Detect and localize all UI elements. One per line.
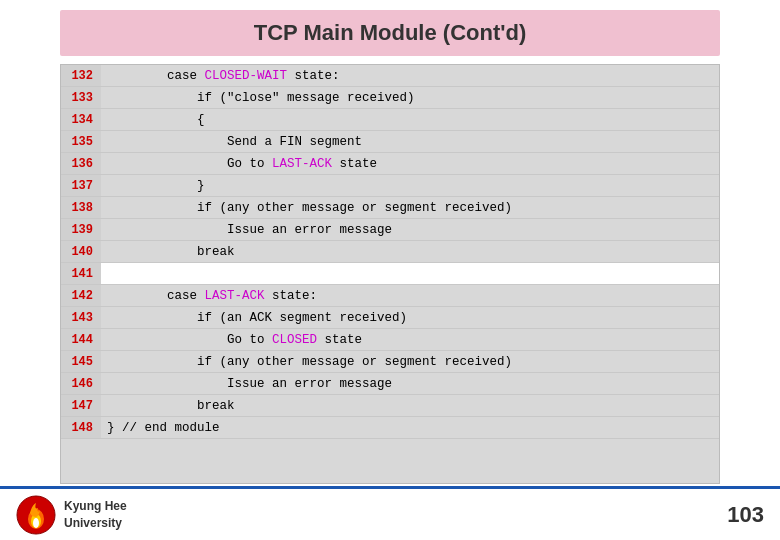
line-content: break — [101, 243, 241, 261]
line-number: 132 — [61, 65, 101, 86]
line-content: if ("close" message received) — [101, 89, 421, 107]
slide-container: TCP Main Module (Cont'd) 132 case CLOSED… — [0, 0, 780, 540]
code-line-144: 144 Go to CLOSED state — [61, 329, 719, 351]
code-line-148: 148} // end module — [61, 417, 719, 439]
line-number: 139 — [61, 219, 101, 240]
code-line-142: 142 case LAST-ACK state: — [61, 285, 719, 307]
code-line-140: 140 break — [61, 241, 719, 263]
line-number: 143 — [61, 307, 101, 328]
university-name: Kyung Hee University — [64, 498, 127, 532]
code-line-134: 134 { — [61, 109, 719, 131]
line-content: } // end module — [101, 419, 226, 437]
code-line-143: 143 if (an ACK segment received) — [61, 307, 719, 329]
line-content: if (any other message or segment receive… — [101, 199, 518, 217]
line-content: case LAST-ACK state: — [101, 287, 323, 305]
line-number: 136 — [61, 153, 101, 174]
line-content: Issue an error message — [101, 221, 398, 239]
line-number: 138 — [61, 197, 101, 218]
page-number: 103 — [727, 502, 764, 528]
code-line-133: 133 if ("close" message received) — [61, 87, 719, 109]
line-number: 145 — [61, 351, 101, 372]
code-line-135: 135 Send a FIN segment — [61, 131, 719, 153]
title-bar: TCP Main Module (Cont'd) — [60, 10, 720, 56]
line-content — [101, 272, 113, 276]
slide-title: TCP Main Module (Cont'd) — [254, 20, 526, 45]
code-line-147: 147 break — [61, 395, 719, 417]
line-number: 148 — [61, 417, 101, 438]
code-line-141: 141 — [61, 263, 719, 285]
line-number: 135 — [61, 131, 101, 152]
line-number: 147 — [61, 395, 101, 416]
university-logo — [16, 495, 56, 535]
line-content: if (any other message or segment receive… — [101, 353, 518, 371]
code-line-145: 145 if (any other message or segment rec… — [61, 351, 719, 373]
line-content: Go to LAST-ACK state — [101, 155, 383, 173]
line-number: 144 — [61, 329, 101, 350]
code-line-139: 139 Issue an error message — [61, 219, 719, 241]
line-content: Issue an error message — [101, 375, 398, 393]
code-line-132: 132 case CLOSED-WAIT state: — [61, 65, 719, 87]
line-content: Send a FIN segment — [101, 133, 368, 151]
line-content: if (an ACK segment received) — [101, 309, 413, 327]
line-number: 133 — [61, 87, 101, 108]
line-number: 137 — [61, 175, 101, 196]
code-line-146: 146 Issue an error message — [61, 373, 719, 395]
line-number: 141 — [61, 263, 101, 284]
line-content: case CLOSED-WAIT state: — [101, 67, 346, 85]
line-content: break — [101, 397, 241, 415]
line-number: 142 — [61, 285, 101, 306]
code-line-138: 138 if (any other message or segment rec… — [61, 197, 719, 219]
logo-area: Kyung Hee University — [16, 495, 127, 535]
line-number: 134 — [61, 109, 101, 130]
line-number: 140 — [61, 241, 101, 262]
line-content: Go to CLOSED state — [101, 331, 368, 349]
line-number: 146 — [61, 373, 101, 394]
svg-point-3 — [33, 518, 39, 528]
footer: Kyung Hee University 103 — [0, 486, 780, 540]
line-content: { — [101, 111, 211, 129]
code-line-136: 136 Go to LAST-ACK state — [61, 153, 719, 175]
line-content: } — [101, 177, 211, 195]
code-area: 132 case CLOSED-WAIT state:133 if ("clos… — [60, 64, 720, 484]
code-line-137: 137 } — [61, 175, 719, 197]
